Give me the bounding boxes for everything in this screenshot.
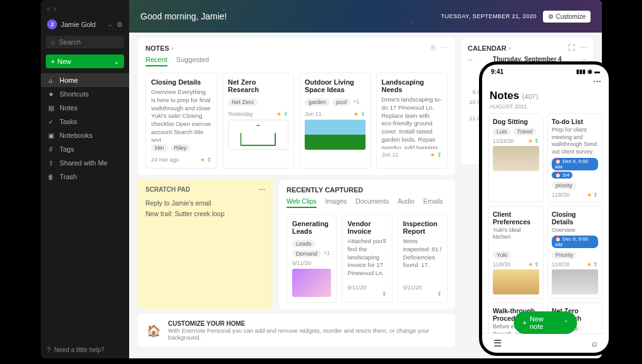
capture-body: Attached you'll find the landscaping inv… bbox=[347, 237, 386, 284]
sidebar-item-trash[interactable]: 🗑Trash bbox=[41, 170, 129, 184]
tag[interactable]: Leads bbox=[292, 240, 315, 247]
tasks-icon: ✓ bbox=[47, 118, 55, 125]
new-note-fab[interactable]: + New note bbox=[514, 311, 577, 334]
sidebar-item-shortcuts[interactable]: ★Shortcuts bbox=[41, 87, 129, 101]
phone-card-title: Dog Sitting bbox=[493, 118, 539, 125]
search-icon[interactable]: ⌕ bbox=[592, 338, 597, 349]
tag[interactable]: pool bbox=[332, 98, 350, 106]
captured-title[interactable]: RECENTLY CAPTURED bbox=[287, 186, 363, 194]
note-card[interactable]: Outdoor Living Space Ideasgardenpool+1Ju… bbox=[299, 73, 371, 169]
capture-tab-documents[interactable]: Documents bbox=[355, 197, 389, 208]
tag[interactable]: Demand bbox=[292, 250, 321, 257]
phone-card-date: 11/8/20 bbox=[552, 192, 569, 198]
customize-button[interactable]: ⚙ Customize bbox=[543, 11, 591, 23]
capture-thumbnail bbox=[292, 269, 331, 297]
tag[interactable]: Net Zero bbox=[228, 98, 258, 106]
sidebar-item-shared-with-me[interactable]: ⇪Shared with Me bbox=[41, 156, 129, 170]
note-title: Closing Details bbox=[151, 78, 212, 86]
nav-back-icon[interactable]: ‹ bbox=[47, 4, 50, 13]
note-card[interactable]: Closing DetailsOverview Everything is he… bbox=[145, 73, 218, 169]
sidebar: ‹ › J Jamie Gold ⌄ ⚙ ⌕ Search + New ⌂Hom… bbox=[41, 0, 129, 358]
search-icon: ⌕ bbox=[51, 38, 55, 46]
more-icon[interactable]: ⋯ bbox=[580, 44, 587, 52]
sidebar-item-tasks[interactable]: ✓Tasks bbox=[41, 115, 129, 128]
search-bar[interactable]: ⌕ Search bbox=[46, 36, 124, 48]
tag[interactable]: Min bbox=[151, 144, 168, 152]
note-time: 24 min ago bbox=[151, 157, 179, 163]
phone-card-title: To-do List bbox=[552, 118, 598, 125]
plus-icon: + bbox=[523, 319, 527, 326]
notes-icon: ▤ bbox=[47, 105, 55, 112]
new-note-icon[interactable]: ⎘ bbox=[431, 44, 436, 52]
phone-note-card[interactable]: To-do ListPrep for client meeting and wa… bbox=[547, 113, 603, 202]
more-icon[interactable]: ⋯ bbox=[593, 76, 601, 86]
phone-card-date: 11/24/20 bbox=[493, 138, 513, 144]
sidebar-item-home[interactable]: ⌂Home bbox=[41, 73, 129, 87]
phone-card-date: 11/8/20 bbox=[552, 261, 569, 268]
user-row[interactable]: J Jamie Gold ⌄ ⚙ bbox=[41, 17, 129, 32]
new-button[interactable]: + New bbox=[46, 55, 124, 68]
share-icon: ⇪ bbox=[593, 192, 598, 198]
help-icon: ? bbox=[47, 346, 51, 353]
share-icon: ⇪ bbox=[437, 291, 442, 297]
capture-tab-emails[interactable]: Emails bbox=[423, 197, 443, 208]
gear-icon[interactable]: ⚙ bbox=[117, 21, 123, 29]
phone-mockup: 9:41 ▮▮▮ ◉ ▬ ⋯ Notes (407) AUGUST 2021 D… bbox=[479, 61, 612, 356]
tag: Luis bbox=[493, 128, 511, 135]
shared with me-icon: ⇪ bbox=[47, 160, 55, 167]
phone-note-card[interactable]: Dog SittingLuis Travel11/24/20★ ⇪ bbox=[488, 113, 544, 202]
hero-date: TUESDAY, SEPTEMBER 21, 2020 bbox=[441, 13, 537, 19]
capture-card[interactable]: Generating LeadsLeadsDemand+19/11/20 bbox=[287, 214, 337, 303]
note-card[interactable]: Landscaping NeedsDrew's landscaping to-d… bbox=[376, 73, 448, 169]
phone-time: 9:41 bbox=[491, 68, 503, 75]
note-title: Net Zero Research bbox=[228, 78, 289, 93]
gear-icon: ⚙ bbox=[548, 13, 554, 20]
star-icon: ★ bbox=[528, 261, 533, 268]
notes-title[interactable]: NOTES › bbox=[145, 44, 174, 52]
capture-card[interactable]: Vendor InvoiceAttached you'll find the l… bbox=[342, 214, 392, 303]
scratch-pad[interactable]: SCRATCH PAD ⋯ Reply to Jamie's email New… bbox=[138, 180, 273, 309]
shortcuts-icon: ★ bbox=[47, 91, 55, 98]
menu-icon[interactable]: ☰ bbox=[493, 338, 502, 349]
tag: Priority bbox=[552, 251, 577, 259]
help-link[interactable]: ? Need a little help? bbox=[41, 341, 129, 358]
star-icon: ★ bbox=[276, 111, 282, 117]
phone-count: (407) bbox=[522, 93, 539, 100]
tab-suggested[interactable]: Suggested bbox=[176, 56, 209, 66]
phone-note-card[interactable]: Client PreferencesYuki's ideal kitchenYu… bbox=[488, 206, 544, 299]
note-card[interactable]: Net Zero ResearchNet ZeroYesterday★⇪ bbox=[223, 73, 295, 169]
signal-icon: ▮▮▮ bbox=[576, 68, 586, 75]
more-icon[interactable]: ⋯ bbox=[259, 186, 265, 193]
plus-icon: + bbox=[51, 58, 55, 65]
capture-date: 9/11/20 bbox=[292, 260, 331, 266]
tab-recent[interactable]: Recent bbox=[145, 56, 167, 66]
capture-card[interactable]: Inspection ReportItems inspected: 81 / D… bbox=[397, 214, 448, 303]
customize-home-banner[interactable]: 🏠 CUSTOMIZE YOUR HOME With Evernote Pers… bbox=[138, 314, 455, 347]
chevron-right-icon: › bbox=[172, 45, 174, 51]
sidebar-item-notes[interactable]: ▤Notes bbox=[41, 101, 129, 115]
user-name: Jamie Gold bbox=[61, 21, 104, 28]
expand-icon[interactable]: ⛶ bbox=[568, 44, 575, 52]
capture-tab-web-clips[interactable]: Web Clips bbox=[287, 197, 317, 208]
capture-body: Items inspected: 81 / Deficiencies found… bbox=[403, 237, 442, 284]
search-placeholder: Search bbox=[59, 38, 81, 46]
share-icon: ⇪ bbox=[534, 138, 539, 144]
sidebar-item-notebooks[interactable]: ▣Notebooks bbox=[41, 128, 129, 142]
calendar-title[interactable]: CALENDAR › bbox=[468, 44, 511, 52]
sidebar-item-tags[interactable]: #Tags bbox=[41, 142, 129, 156]
capture-title: Inspection Report bbox=[403, 220, 442, 235]
share-icon: ⇪ bbox=[283, 111, 288, 117]
phone-note-card[interactable]: Closing DetailsOverview⏰ Dec 6, 9:00 AMP… bbox=[547, 206, 603, 299]
nav-forward-icon[interactable]: › bbox=[53, 4, 56, 13]
capture-tab-images[interactable]: Images bbox=[325, 197, 347, 208]
more-icon[interactable]: ⋯ bbox=[441, 44, 448, 52]
note-title: Landscaping Needs bbox=[382, 78, 443, 93]
capture-tab-audio[interactable]: Audio bbox=[397, 197, 414, 208]
star-icon: ★ bbox=[200, 157, 205, 163]
tag[interactable]: garden bbox=[305, 98, 330, 106]
notebooks-icon: ▣ bbox=[47, 132, 55, 139]
capture-title: Vendor Invoice bbox=[347, 220, 386, 235]
tag: priority bbox=[552, 182, 576, 189]
tag[interactable]: Riley bbox=[171, 144, 191, 152]
cal-prev-icon[interactable]: ← bbox=[468, 56, 474, 63]
